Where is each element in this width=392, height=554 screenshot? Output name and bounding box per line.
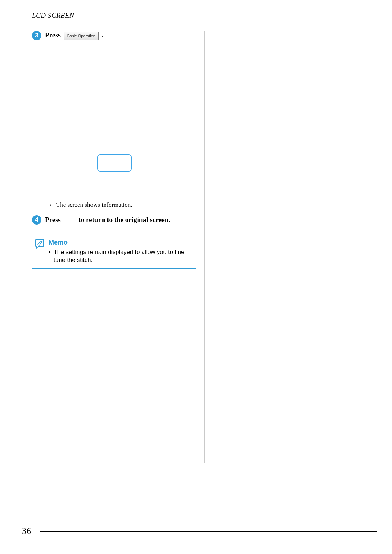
footer-rule bbox=[40, 531, 377, 532]
step-3-text: Press Basic Operation . bbox=[45, 31, 103, 40]
right-column bbox=[205, 31, 377, 463]
step-4-rest: to return to the original screen. bbox=[78, 216, 170, 223]
step-3-press: Press bbox=[45, 31, 61, 39]
bullet-dot-icon: • bbox=[49, 248, 51, 264]
step-4: 4 Press to return to the original screen… bbox=[32, 215, 196, 225]
step-3: 3 Press Basic Operation . bbox=[32, 31, 196, 40]
step-badge-3: 3 bbox=[32, 31, 41, 40]
memo-icon bbox=[34, 239, 45, 250]
memo-bullet-text: The settings remain displayed to allow y… bbox=[54, 248, 193, 264]
result-note: → The screen shows information. bbox=[46, 201, 196, 209]
section-header: LCD SCREEN bbox=[32, 12, 377, 20]
result-note-text: The screen shows information. bbox=[56, 201, 132, 208]
left-column: 3 Press Basic Operation . → The screen s… bbox=[32, 31, 204, 463]
page-footer: 36 bbox=[22, 526, 377, 537]
header-rule bbox=[32, 22, 377, 22]
page-number: 36 bbox=[22, 526, 31, 537]
memo-bullet: • The settings remain displayed to allow… bbox=[49, 248, 193, 264]
arrow-right-icon: → bbox=[46, 201, 53, 209]
basic-operation-button[interactable]: Basic Operation bbox=[64, 32, 99, 40]
memo-box: Memo • The settings remain displayed to … bbox=[32, 235, 196, 269]
memo-title: Memo bbox=[49, 239, 193, 246]
step-4-text: Press to return to the original screen. bbox=[45, 216, 170, 224]
memo-rule-bottom bbox=[32, 268, 196, 269]
screenshot-highlight-box bbox=[97, 154, 132, 172]
lcd-screenshot-area bbox=[32, 45, 196, 198]
step-4-press: Press bbox=[45, 216, 61, 223]
step-badge-4: 4 bbox=[32, 215, 41, 225]
step-3-period: . bbox=[102, 31, 104, 39]
